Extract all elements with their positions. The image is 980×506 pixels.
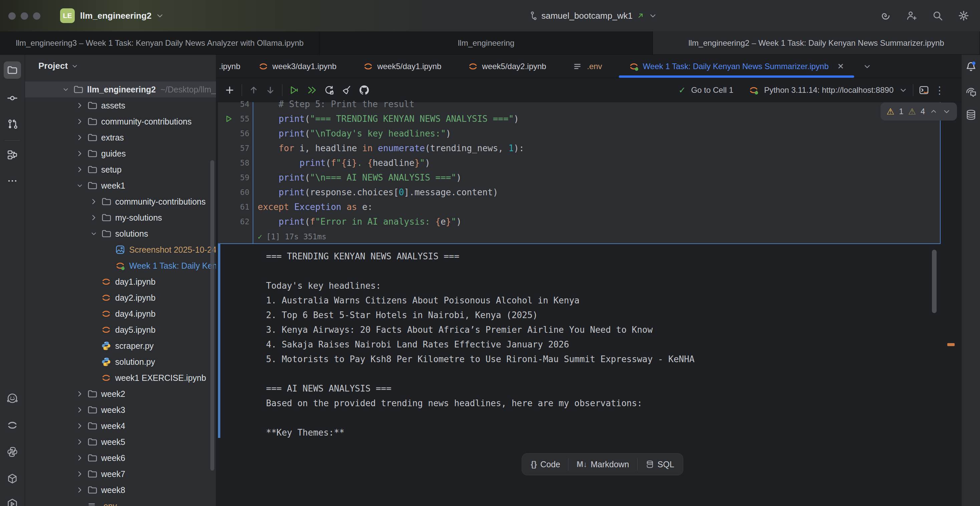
editor-tab-env[interactable]: .env — [559, 55, 615, 78]
chevron-down-icon[interactable] — [72, 182, 87, 189]
add-markdown-cell-button[interactable]: M↓ Markdown — [576, 460, 629, 469]
tree-item-llm-engineering2[interactable]: llm_engineering2~/Desktop/llm_en — [25, 81, 216, 97]
structure-tool-button[interactable] — [4, 146, 21, 164]
ai-assistant-icon[interactable] — [965, 86, 977, 98]
add-user-icon[interactable] — [906, 10, 917, 21]
goto-cell-button[interactable]: Go to Cell 1 — [691, 86, 733, 95]
tree-item-day1-ipynb[interactable]: day1.ipynb — [25, 274, 216, 290]
chevron-right-icon[interactable] — [86, 213, 101, 222]
tree-item-day4-ipynb[interactable]: day4.ipynb — [25, 306, 216, 322]
tree-item-week1[interactable]: week1 — [25, 178, 216, 194]
next-problem-icon[interactable] — [942, 107, 951, 116]
window-tab-llm-engineering2[interactable]: llm_engineering2 – Week 1 Task: Daily Ke… — [653, 31, 980, 54]
chevron-right-icon[interactable] — [72, 438, 87, 446]
run-line-icon[interactable] — [224, 115, 233, 123]
github-icon[interactable] — [358, 84, 370, 96]
python-tool-button[interactable] — [4, 443, 21, 461]
commit-tool-button[interactable] — [4, 89, 21, 107]
editor-scrollbar[interactable] — [932, 250, 937, 313]
macos-minimize-button[interactable] — [21, 12, 28, 20]
chevron-right-icon[interactable] — [72, 133, 87, 142]
chevron-right-icon[interactable] — [72, 406, 87, 414]
jupyter-console-icon[interactable] — [919, 85, 929, 95]
tree-item-week4[interactable]: week4 — [25, 418, 216, 434]
tree-item-week2[interactable]: week2 — [25, 386, 216, 402]
tree-item-extras[interactable]: extras — [25, 129, 216, 146]
tree-item-week5[interactable]: week5 — [25, 434, 216, 450]
chevron-down-icon[interactable] — [899, 86, 908, 94]
tree-item-week3[interactable]: week3 — [25, 402, 216, 418]
jupyter-tool-button[interactable] — [4, 417, 21, 434]
editor-tab-week5-day2[interactable]: week5/day2.ipynb — [455, 55, 559, 78]
tree-item-day2-ipynb[interactable]: day2.ipynb — [25, 290, 216, 306]
tree-item-my-solutions[interactable]: my-solutions — [25, 210, 216, 226]
editor-tab-active-summarizer[interactable]: Week 1 Task: Daily Kenyan News Summarize… — [616, 55, 858, 78]
add-sql-cell-button[interactable]: SQL — [646, 460, 674, 469]
chevron-down-icon[interactable] — [59, 86, 73, 93]
tree-item-week7[interactable]: week7 — [25, 466, 216, 482]
tree-item-solutions[interactable]: solutions — [25, 226, 216, 242]
code-line-55[interactable]: print("=== TRENDING KENYAN NEWS ANALYSIS… — [253, 111, 940, 126]
tree-item-community-contributions[interactable]: community-contributions — [25, 194, 216, 210]
prev-problem-icon[interactable] — [930, 107, 938, 116]
run-cell-icon[interactable] — [289, 85, 300, 95]
database-tool-icon[interactable] — [965, 109, 977, 121]
window-tab-llm-engineering[interactable]: llm_engineering — [320, 31, 653, 54]
inspections-widget[interactable]: ⚠ 1 ⚠ 4 — [881, 102, 957, 121]
window-tab-llm-engineering3[interactable]: llm_engineering3 – Week 1 Task: Kenyan D… — [0, 31, 320, 54]
move-cell-up-icon[interactable] — [249, 85, 259, 95]
chevron-right-icon[interactable] — [72, 422, 87, 430]
run-all-cells-icon[interactable] — [306, 85, 317, 95]
tree-item-day5-ipynb[interactable]: day5.ipynb — [25, 322, 216, 338]
more-options-icon[interactable]: ⋮ — [935, 84, 945, 96]
editor-tab-week3-day1[interactable]: week3/day1.ipynb — [245, 55, 350, 78]
tree-item-week-1-task-daily-kenyan[interactable]: Week 1 Task: Daily Kenyan — [25, 258, 216, 274]
macos-close-button[interactable] — [8, 12, 16, 20]
clear-outputs-icon[interactable] — [341, 85, 352, 95]
tree-item-guides[interactable]: guides — [25, 146, 216, 162]
python-packages-tool-button[interactable] — [4, 470, 21, 487]
chevron-right-icon[interactable] — [72, 453, 87, 462]
close-tab-icon[interactable]: ✕ — [837, 62, 844, 71]
notifications-bell-icon[interactable] — [965, 61, 977, 73]
code-line-60[interactable]: print(response.choices[0].message.conten… — [253, 185, 940, 200]
project-tree-scrollbar[interactable] — [210, 160, 214, 471]
chevron-right-icon[interactable] — [72, 469, 87, 478]
macos-zoom-button[interactable] — [33, 12, 40, 20]
search-icon[interactable] — [932, 10, 943, 21]
code-line-54[interactable]: # Step 5: Print the result — [253, 97, 940, 111]
tree-item-week1-exercise-ipynb[interactable]: week1 EXERCISE.ipynb — [25, 370, 216, 386]
chevron-right-icon[interactable] — [86, 197, 101, 206]
tree-item-week6[interactable]: week6 — [25, 450, 216, 466]
tree-item--env[interactable]: .env — [25, 498, 216, 506]
code-line-59[interactable]: print("\n=== AI NEWS ANALYSIS ===") — [253, 170, 940, 185]
add-cell-icon[interactable] — [224, 85, 235, 95]
restart-kernel-icon[interactable] — [324, 85, 334, 95]
chevron-right-icon[interactable] — [72, 149, 87, 158]
settings-gear-icon[interactable] — [958, 10, 969, 21]
tree-item-setup[interactable]: setup — [25, 162, 216, 178]
code-line-57[interactable]: for i, headline in enumerate(trending_ne… — [253, 141, 940, 156]
tree-item-solution-py[interactable]: solution.py — [25, 354, 216, 370]
chevron-right-icon[interactable] — [72, 101, 87, 110]
add-code-cell-button[interactable]: {} Code — [531, 460, 560, 469]
pull-requests-tool-button[interactable] — [4, 116, 21, 133]
code-line-61[interactable]: except Exception as e: — [253, 200, 940, 214]
tab-overflow-dropdown[interactable] — [858, 55, 877, 78]
project-widget[interactable]: llm_engineering2 — [80, 0, 164, 31]
services-tool-button[interactable] — [4, 495, 21, 506]
project-panel-header[interactable]: Project — [38, 61, 78, 71]
code-line-56[interactable]: print("\nToday's key headlines:") — [253, 126, 940, 141]
tree-item-assets[interactable]: assets — [25, 97, 216, 113]
chevron-down-icon[interactable] — [86, 230, 101, 237]
tree-item-scraper-py[interactable]: scraper.py — [25, 338, 216, 354]
ai-swirl-icon[interactable] — [880, 10, 891, 21]
tree-item-screenshot-2025-10-24-at[interactable]: Screenshot 2025-10-24 at — [25, 242, 216, 258]
chevron-right-icon[interactable] — [72, 485, 87, 494]
project-tool-button[interactable] — [4, 61, 21, 79]
tree-item-week8[interactable]: week8 — [25, 482, 216, 498]
code-line-58[interactable]: print(f"{i}. {headline}") — [253, 156, 940, 170]
huggingface-tool-button[interactable] — [4, 390, 21, 407]
chevron-right-icon[interactable] — [72, 165, 87, 174]
more-tools-button[interactable] — [4, 172, 21, 189]
